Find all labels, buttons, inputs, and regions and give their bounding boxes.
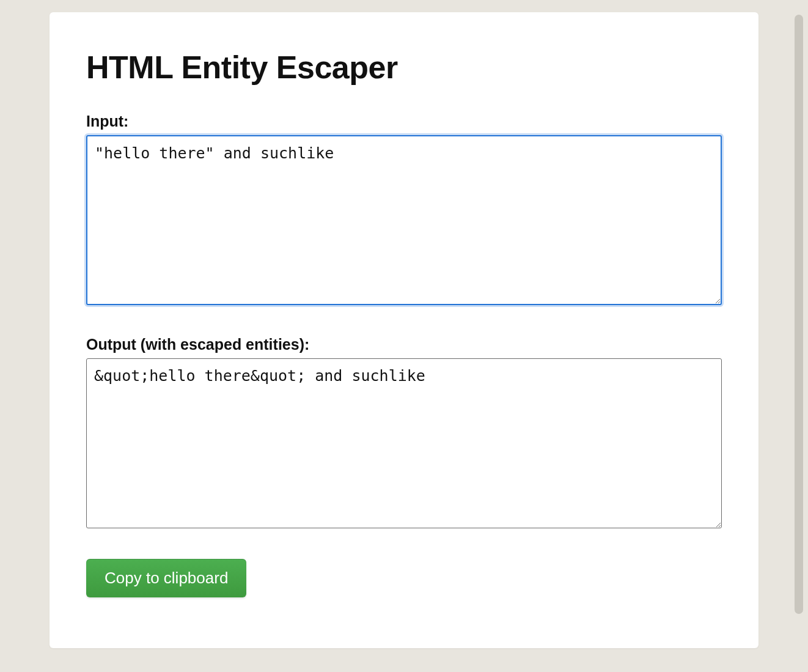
output-textarea[interactable] <box>86 358 722 528</box>
vertical-scrollbar[interactable] <box>795 15 803 614</box>
input-label: Input: <box>86 113 722 130</box>
main-card: HTML Entity Escaper Input: Output (with … <box>50 12 758 648</box>
page-title: HTML Entity Escaper <box>86 49 722 86</box>
output-group: Output (with escaped entities): <box>86 336 722 531</box>
copy-to-clipboard-button[interactable]: Copy to clipboard <box>86 559 246 597</box>
output-label: Output (with escaped entities): <box>86 336 722 353</box>
input-textarea[interactable] <box>86 135 722 305</box>
input-group: Input: <box>86 113 722 308</box>
